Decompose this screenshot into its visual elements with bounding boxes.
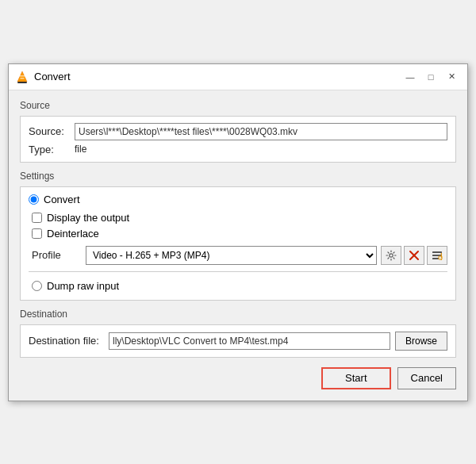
cancel-button[interactable]: Cancel (397, 367, 456, 389)
bottom-buttons: Start Cancel (20, 367, 456, 389)
dump-radio[interactable] (32, 281, 42, 291)
maximize-button[interactable]: □ (421, 69, 440, 85)
profile-row: Profile Video - H.265 + MP3 (MP4) (32, 246, 447, 265)
type-label: Type: (29, 144, 68, 155)
svg-rect-3 (21, 78, 25, 79)
window-content: Source Source: Type: file Settings Conve (9, 90, 467, 401)
window-controls: — □ ✕ (401, 69, 461, 85)
title-bar: Convert — □ ✕ (9, 64, 467, 90)
deinterlace-row: Deinterlace (32, 228, 447, 240)
svg-point-4 (390, 253, 393, 256)
settings-divider (29, 271, 447, 272)
close-button[interactable]: ✕ (442, 69, 461, 85)
settings-section: Settings Convert Display the output Dein… (20, 171, 456, 301)
dest-label: Destination file: (29, 335, 104, 347)
svg-text:!: ! (440, 251, 443, 261)
profile-label: Profile (32, 249, 79, 261)
svg-rect-1 (17, 82, 27, 83)
source-box: Source: Type: file (20, 116, 456, 163)
deinterlace-label[interactable]: Deinterlace (47, 228, 99, 240)
source-section-label: Source (20, 100, 456, 111)
settings-section-label: Settings (20, 171, 456, 182)
dest-row: Destination file: Browse (29, 332, 447, 351)
dump-radio-label[interactable]: Dump raw input (47, 280, 119, 292)
type-value: file (75, 144, 86, 155)
source-label: Source: (29, 125, 68, 137)
destination-section-label: Destination (20, 309, 456, 320)
x-icon (409, 250, 420, 261)
profile-settings-button[interactable] (381, 246, 401, 265)
minimize-button[interactable]: — (401, 69, 420, 85)
source-section: Source Source: Type: file (20, 100, 456, 163)
convert-radio[interactable] (29, 194, 39, 205)
source-input[interactable] (75, 123, 447, 140)
browse-button[interactable]: Browse (395, 332, 447, 351)
vlc-icon (15, 70, 29, 84)
destination-box: Destination file: Browse (20, 324, 456, 358)
destination-input[interactable] (109, 332, 390, 350)
convert-radio-label[interactable]: Convert (44, 194, 80, 205)
source-field-row: Source: (29, 123, 447, 140)
settings-box: Convert Display the output Deinterlace P… (20, 186, 456, 301)
profile-delete-button[interactable] (404, 246, 424, 265)
destination-section: Destination Destination file: Browse (20, 309, 456, 358)
gear-icon (386, 250, 397, 261)
profile-select[interactable]: Video - H.265 + MP3 (MP4) (86, 246, 377, 265)
display-output-row: Display the output (32, 212, 447, 224)
convert-window: Convert — □ ✕ Source Source: Type: file (8, 63, 468, 401)
profile-list-button[interactable]: ! (427, 246, 447, 265)
display-output-checkbox[interactable] (32, 213, 42, 223)
deinterlace-checkbox[interactable] (32, 228, 42, 239)
dump-radio-row: Dump raw input (32, 280, 447, 292)
window-title: Convert (34, 71, 401, 82)
type-field-row: Type: file (29, 144, 447, 155)
convert-radio-row: Convert (29, 194, 447, 205)
display-output-label[interactable]: Display the output (47, 212, 129, 224)
svg-rect-2 (20, 75, 25, 77)
start-button[interactable]: Start (321, 367, 390, 389)
profile-actions: ! (381, 246, 447, 265)
list-icon: ! (432, 250, 443, 261)
